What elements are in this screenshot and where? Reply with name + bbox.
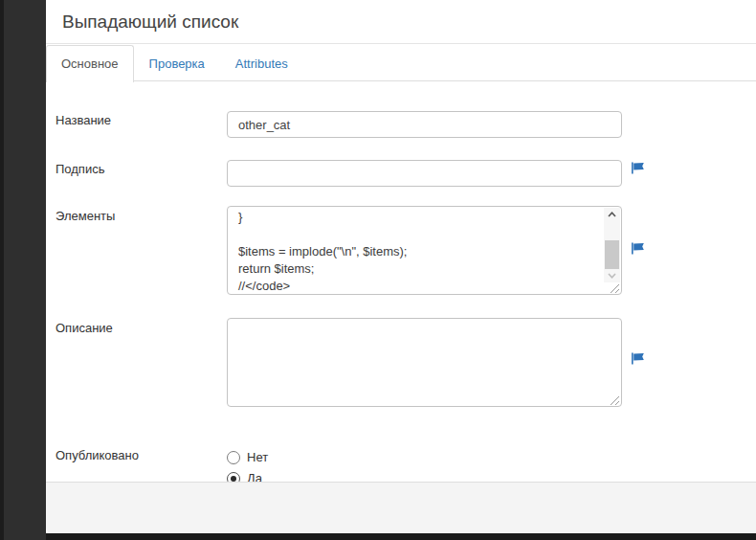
description-textarea-value bbox=[228, 319, 603, 406]
description-field-label: Описание bbox=[56, 321, 218, 335]
tab-attributes[interactable]: Attributes bbox=[220, 45, 303, 81]
radio-no-label: Нет bbox=[247, 450, 268, 464]
radio-unchecked-icon[interactable] bbox=[227, 451, 240, 464]
scroll-up-button[interactable] bbox=[604, 208, 620, 221]
description-textarea[interactable] bbox=[227, 318, 622, 407]
name-input[interactable] bbox=[227, 111, 622, 138]
elements-field-label: Элементы bbox=[56, 209, 218, 223]
page-bottom-dark-background bbox=[46, 533, 756, 540]
flag-icon bbox=[631, 162, 645, 174]
resize-grip-icon[interactable] bbox=[610, 282, 620, 293]
caption-field-label: Подпись bbox=[56, 162, 218, 176]
elements-scrollbar[interactable] bbox=[604, 208, 620, 282]
scrollbar-thumb[interactable] bbox=[605, 240, 619, 272]
flag-icon bbox=[631, 352, 645, 365]
resize-grip-icon[interactable] bbox=[610, 394, 620, 405]
modal-title: Выпадающий список bbox=[62, 11, 238, 34]
chevron-down-icon bbox=[608, 273, 616, 279]
caption-input[interactable] bbox=[227, 160, 622, 187]
field-edit-modal: Выпадающий список Основное Проверка Attr… bbox=[46, 0, 756, 533]
published-field-label: Опубликовано bbox=[56, 448, 218, 462]
flag-icon bbox=[631, 242, 645, 255]
published-option-no[interactable]: Нет bbox=[227, 450, 268, 464]
page-dark-background bbox=[0, 0, 46, 540]
page: Выпадающий список Основное Проверка Attr… bbox=[0, 0, 756, 540]
tab-main[interactable]: Основное bbox=[46, 45, 134, 82]
modal-header: Выпадающий список bbox=[46, 0, 756, 44]
scroll-down-button[interactable] bbox=[604, 269, 620, 282]
tab-bar: Основное Проверка Attributes bbox=[46, 45, 756, 81]
elements-textarea[interactable]: } $items = implode("\n", $items); return… bbox=[227, 206, 622, 295]
chevron-up-icon bbox=[608, 212, 616, 217]
name-field-label: Название bbox=[56, 113, 218, 127]
modal-footer bbox=[46, 482, 756, 533]
tab-validation[interactable]: Проверка bbox=[134, 45, 220, 81]
elements-textarea-value: } $items = implode("\n", $items); return… bbox=[228, 207, 603, 294]
